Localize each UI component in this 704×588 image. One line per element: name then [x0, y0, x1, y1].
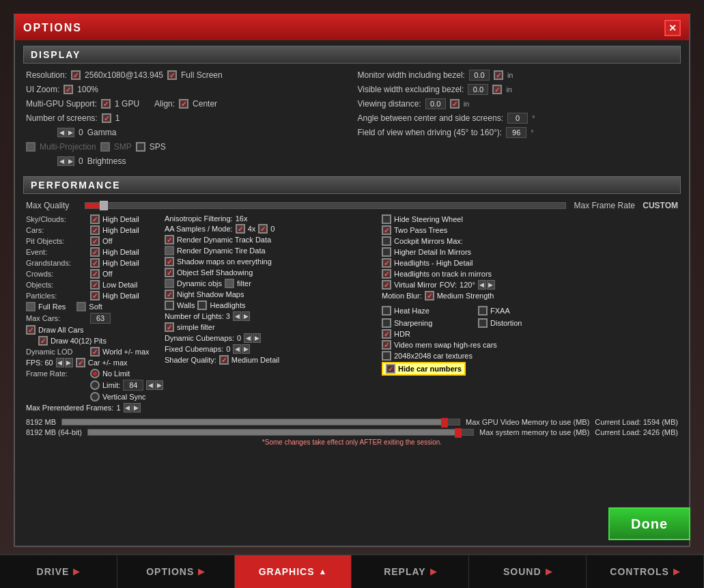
hdr-checkbox[interactable]: ✓ — [382, 329, 391, 339]
sys-mem-thumb[interactable] — [455, 428, 462, 438]
simple-filter-checkbox[interactable]: ✓ — [165, 322, 174, 332]
motion-blur-checkbox[interactable]: ✓ — [425, 291, 434, 300]
event-checkbox[interactable]: ✓ — [90, 247, 100, 257]
fix-cube-right[interactable]: ▶ — [242, 344, 250, 354]
viewing-distance-value[interactable]: 0.0 — [425, 98, 446, 109]
fix-cube-left[interactable]: ◀ — [233, 344, 241, 354]
crowds-checkbox[interactable]: ✓ — [90, 269, 100, 279]
brightness-right[interactable]: ▶ — [66, 156, 74, 166]
fxaa-checkbox[interactable] — [478, 306, 488, 316]
higher-detail-checkbox[interactable] — [382, 247, 391, 257]
sky-checkbox[interactable]: ✓ — [90, 214, 100, 224]
hide-numbers-highlight[interactable]: ✓ Hide car numbers — [382, 362, 466, 376]
prerendered-arrows[interactable]: ◀ ▶ — [124, 403, 141, 412]
pit-checkbox[interactable]: ✓ — [90, 236, 100, 246]
sps-checkbox[interactable] — [136, 142, 145, 152]
ui-zoom-checkbox[interactable]: ✓ — [64, 85, 73, 94]
draw-all-checkbox[interactable]: ✓ — [26, 325, 36, 335]
limit-right[interactable]: ▶ — [155, 380, 163, 390]
sharpening-checkbox[interactable] — [382, 318, 391, 328]
headlights-checkbox[interactable] — [197, 300, 207, 310]
dynamic-lod-checkbox[interactable]: ✓ — [90, 347, 100, 356]
multiprojection-checkbox[interactable] — [26, 142, 36, 152]
cockpit-mirrors-checkbox[interactable] — [382, 236, 391, 246]
quality-thumb[interactable] — [100, 201, 108, 210]
headlights-mirrors-checkbox[interactable]: ✓ — [382, 269, 391, 279]
fov-arrows[interactable]: ◀ ▶ — [478, 280, 495, 290]
viewing-distance-checkbox[interactable]: ✓ — [450, 99, 460, 109]
aa-extra-checkbox[interactable]: ✓ — [258, 224, 268, 234]
filter-checkbox[interactable] — [225, 279, 234, 288]
render-tire-checkbox[interactable] — [165, 246, 174, 255]
resolution-checkbox[interactable]: ✓ — [71, 70, 81, 80]
vsync-radio[interactable] — [90, 392, 100, 402]
smp-checkbox[interactable] — [100, 142, 110, 152]
textures-checkbox[interactable] — [382, 351, 391, 361]
done-button[interactable]: Done — [608, 507, 690, 540]
video-mem-checkbox[interactable]: ✓ — [382, 340, 391, 350]
cars-checkbox[interactable]: ✓ — [90, 225, 100, 235]
gpu-mem-slider[interactable] — [61, 419, 460, 425]
nav-sound[interactable]: SOUND ▶ — [469, 555, 587, 588]
gamma-arrows[interactable]: ◀ ▶ — [57, 128, 74, 137]
hide-wheel-checkbox[interactable] — [382, 214, 391, 224]
fov-right[interactable]: ▶ — [487, 280, 495, 290]
prerendered-left[interactable]: ◀ — [124, 403, 132, 412]
prerendered-right[interactable]: ▶ — [132, 403, 141, 412]
two-pass-checkbox[interactable]: ✓ — [382, 225, 391, 235]
heat-haze-checkbox[interactable] — [382, 306, 391, 316]
limit-radio[interactable] — [90, 380, 100, 390]
nav-graphics[interactable]: GRAPHICS ▲ — [235, 555, 352, 588]
limit-arrows[interactable]: ◀ ▶ — [146, 380, 163, 390]
lights-arrows[interactable]: ◀ ▶ — [233, 311, 250, 321]
dyn-cube-right[interactable]: ▶ — [253, 333, 261, 343]
shadow-checkbox[interactable]: ✓ — [165, 257, 174, 266]
virtual-mirror-checkbox[interactable]: ✓ — [382, 280, 391, 290]
multigpu-checkbox[interactable]: ✓ — [101, 99, 111, 109]
fov-left[interactable]: ◀ — [478, 280, 486, 290]
lights-left[interactable]: ◀ — [233, 311, 241, 321]
brightness-arrows[interactable]: ◀ ▶ — [57, 156, 74, 166]
car-lod-checkbox[interactable]: ✓ — [76, 358, 85, 367]
shader-checkbox[interactable]: ✓ — [219, 355, 229, 365]
soft-checkbox[interactable] — [76, 302, 86, 311]
gamma-left[interactable]: ◀ — [57, 128, 66, 137]
object-shadow-checkbox[interactable]: ✓ — [165, 268, 174, 277]
limit-value[interactable]: 84 — [123, 380, 143, 391]
lights-right[interactable]: ▶ — [242, 311, 250, 321]
no-limit-radio[interactable] — [90, 369, 100, 378]
fps-left[interactable]: ◀ — [56, 358, 64, 367]
nav-drive[interactable]: DRIVE ▶ — [0, 555, 117, 588]
render-track-checkbox[interactable]: ✓ — [165, 235, 174, 244]
close-button[interactable]: ✕ — [664, 20, 681, 36]
visible-width-checkbox[interactable]: ✓ — [492, 85, 502, 94]
dynamic-cubemaps-arrows[interactable]: ◀ ▶ — [244, 333, 261, 343]
distortion-checkbox[interactable] — [478, 318, 488, 328]
gamma-right[interactable]: ▶ — [66, 128, 74, 137]
nav-options[interactable]: OPTIONS ▶ — [117, 555, 235, 588]
quality-slider[interactable] — [85, 202, 566, 209]
visible-width-value[interactable]: 0.0 — [468, 84, 488, 95]
aa-checkbox[interactable]: ✓ — [236, 224, 245, 234]
monitor-width-checkbox[interactable]: ✓ — [494, 70, 503, 80]
nav-replay[interactable]: REPLAY ▶ — [352, 555, 469, 588]
fps-arrows[interactable]: ◀ ▶ — [56, 358, 73, 367]
fixed-cubemaps-arrows[interactable]: ◀ ▶ — [233, 344, 250, 354]
objects-checkbox[interactable]: ✓ — [90, 280, 100, 290]
hide-numbers-checkbox[interactable]: ✓ — [386, 364, 395, 374]
screens-checkbox[interactable]: ✓ — [102, 113, 111, 123]
dynamic-objs-checkbox[interactable] — [165, 279, 174, 288]
walls-checkbox[interactable] — [165, 300, 174, 310]
brightness-left[interactable]: ◀ — [57, 156, 66, 166]
monitor-width-value[interactable]: 0.0 — [469, 70, 490, 81]
align-checkbox[interactable]: ✓ — [179, 99, 188, 109]
gpu-mem-thumb[interactable] — [441, 418, 448, 428]
particles-checkbox[interactable]: ✓ — [90, 291, 100, 300]
dyn-cube-left[interactable]: ◀ — [244, 333, 252, 343]
sys-mem-slider[interactable] — [87, 429, 474, 436]
draw-pits-checkbox[interactable]: ✓ — [38, 336, 48, 346]
fov-value[interactable]: 96 — [506, 127, 526, 138]
headlights-high-checkbox[interactable]: ✓ — [382, 258, 391, 268]
grandstands-checkbox[interactable]: ✓ — [90, 258, 100, 268]
fullscreen-checkbox[interactable]: ✓ — [167, 70, 177, 80]
